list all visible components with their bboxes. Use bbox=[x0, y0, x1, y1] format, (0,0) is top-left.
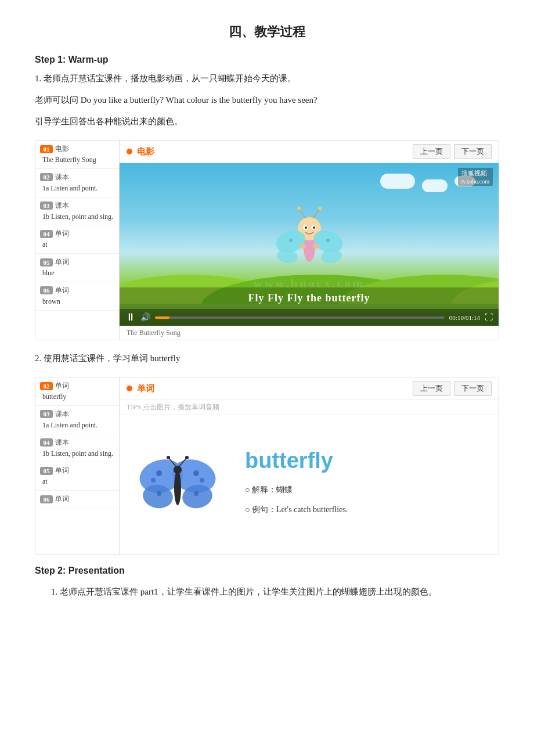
svg-point-5 bbox=[313, 226, 315, 229]
svg-point-28 bbox=[157, 491, 161, 496]
courseware2-sidebar: 02单词butterfly03课本1a Listen and point.04课… bbox=[35, 377, 120, 555]
sidebar-item[interactable]: 03课本1a Listen and point. bbox=[35, 406, 119, 434]
svg-point-4 bbox=[305, 226, 307, 229]
sohu-label: 搜狐视频 bbox=[461, 170, 487, 177]
step2-title: Step 2: Presentation bbox=[35, 566, 499, 576]
svg-point-31 bbox=[194, 491, 199, 496]
volume-icon[interactable]: 🔊 bbox=[140, 312, 150, 322]
step2-para: 1. 老师点开慧话宝课件 part1，让学生看课件上的图片，让学生关注图片上的蝴… bbox=[51, 584, 499, 600]
courseware2-toolbar-title: 单词 bbox=[137, 383, 154, 394]
sidebar-item[interactable]: 05单词at bbox=[35, 462, 119, 491]
sidebar-item[interactable]: 04课本1b Listen, point and sing. bbox=[35, 434, 119, 463]
step1-para2: 老师可以问 Do you like a butterfly? What colo… bbox=[35, 92, 499, 108]
sidebar-item[interactable]: 06单词 bbox=[35, 491, 119, 509]
fullscreen-icon[interactable]: ⛶ bbox=[485, 313, 493, 322]
sidebar-item[interactable]: 04单词at bbox=[35, 225, 119, 254]
time-label: 00:10/01:14 bbox=[449, 314, 480, 321]
svg-line-12 bbox=[299, 209, 306, 218]
svg-point-16 bbox=[299, 244, 306, 249]
vocab-panel: butterfly ○ 解释：蝴蝶 ○ 例句：Let's catch butte… bbox=[120, 415, 499, 555]
svg-point-17 bbox=[313, 244, 320, 249]
sidebar-item[interactable]: 02课本1a Listen and point. bbox=[35, 169, 119, 197]
sidebar-item[interactable]: 06单词brown bbox=[35, 282, 119, 311]
page-title: 四、教学过程 bbox=[35, 23, 499, 41]
butterfly-character bbox=[275, 183, 344, 279]
tips-bar: TIPS:点击图片，播放单词音频 bbox=[120, 400, 499, 415]
sidebar-item[interactable]: 02单词butterfly bbox=[35, 377, 119, 406]
courseware-block-2: 02单词butterfly03课本1a Listen and point.04课… bbox=[35, 377, 499, 555]
svg-point-27 bbox=[151, 478, 156, 483]
step1-para1: 1. 老师点开慧话宝课件，播放电影动画，从一只蝴蝶开始今天的课。 bbox=[35, 71, 499, 87]
vocab-def2: ○ 例句：Let's catch butterflies. bbox=[245, 502, 489, 517]
progress-bar[interactable] bbox=[155, 316, 445, 319]
svg-point-35 bbox=[167, 456, 170, 459]
courseware2-prev-btn[interactable]: 上一页 bbox=[413, 381, 450, 396]
video-controls[interactable]: ⏸ 🔊 00:10/01:14 ⛶ bbox=[120, 309, 499, 326]
courseware1-main: 电影 上一页 下一页 搜狐视频 tv.sohu.com bbox=[120, 141, 499, 340]
courseware1-toolbar: 电影 上一页 下一页 bbox=[120, 141, 499, 163]
cloud1 bbox=[380, 174, 415, 189]
vocab-image-area bbox=[120, 415, 236, 555]
progress-fill bbox=[155, 316, 169, 319]
svg-point-26 bbox=[156, 470, 162, 476]
step1-para3: 引导学生回答出各种能说出来的颜色。 bbox=[35, 114, 499, 129]
sohu-logo: 搜狐视频 tv.sohu.com bbox=[458, 168, 493, 186]
courseware2-main: 单词 上一页 下一页 TIPS:点击图片，播放单词音频 bbox=[120, 377, 499, 555]
video-subtitle: Fly Fly Fly the butterfly bbox=[120, 287, 499, 309]
svg-point-29 bbox=[193, 470, 199, 476]
toolbar-dot2 bbox=[127, 386, 132, 391]
song-title: The Butterfly Song bbox=[127, 329, 181, 337]
svg-point-13 bbox=[297, 207, 301, 210]
courseware2-next-btn[interactable]: 下一页 bbox=[454, 381, 492, 396]
video-panel: 搜狐视频 tv.sohu.com bbox=[120, 163, 499, 326]
cloud2 bbox=[422, 179, 448, 192]
courseware1-sidebar: 01电影The Butterfly Song02课本1a Listen and … bbox=[35, 141, 120, 340]
vocab-word: butterfly bbox=[245, 448, 489, 473]
courseware1-toolbar-title: 电影 bbox=[137, 146, 154, 157]
courseware2-toolbar: 单词 上一页 下一页 bbox=[120, 377, 499, 400]
svg-line-14 bbox=[313, 209, 320, 218]
svg-point-37 bbox=[185, 456, 189, 459]
sohu-sub: tv.sohu.com bbox=[461, 178, 489, 185]
svg-point-33 bbox=[174, 466, 182, 474]
sidebar-item[interactable]: 03课本1b Listen, point and sing. bbox=[35, 197, 119, 226]
svg-point-32 bbox=[174, 470, 181, 505]
courseware1-prev-btn[interactable]: 上一页 bbox=[413, 144, 450, 159]
vocab-text-area: butterfly ○ 解释：蝴蝶 ○ 例句：Let's catch butte… bbox=[236, 415, 499, 555]
courseware-block-1: 01电影The Butterfly Song02课本1a Listen and … bbox=[35, 140, 499, 340]
vocab-def1: ○ 解释：蝴蝶 bbox=[245, 483, 489, 497]
svg-point-10 bbox=[289, 239, 293, 242]
butterfly-image bbox=[137, 444, 218, 525]
step1-para4: 2. 使用慧话宝课件，学习单词 butterfly bbox=[35, 351, 499, 366]
play-icon[interactable]: ⏸ bbox=[125, 311, 136, 323]
song-title-bar: The Butterfly Song bbox=[120, 326, 499, 340]
sidebar-item[interactable]: 01电影The Butterfly Song bbox=[35, 141, 119, 169]
svg-point-15 bbox=[318, 207, 322, 210]
svg-point-30 bbox=[200, 478, 204, 483]
step1-title: Step 1: Warm-up bbox=[35, 55, 499, 65]
courseware1-next-btn[interactable]: 下一页 bbox=[454, 144, 492, 159]
svg-point-11 bbox=[326, 239, 330, 242]
sidebar-item[interactable]: 05单词blue bbox=[35, 254, 119, 282]
toolbar-dot bbox=[127, 149, 132, 154]
